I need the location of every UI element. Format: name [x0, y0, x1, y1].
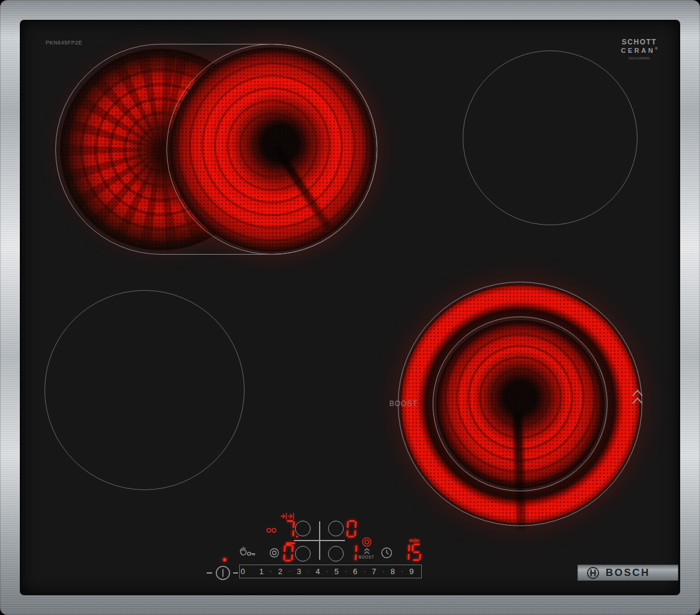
zone-key-front-right[interactable] [328, 546, 344, 562]
ceran-text: CERAN® [609, 47, 669, 55]
zone-select-cross [294, 540, 345, 541]
zone-key-front-left[interactable] [295, 546, 311, 562]
bosch-ceramic-hob: BOOST PKN645FP2E SCHOTT CERAN® 900160888… [0, 0, 700, 615]
boost-key-label[interactable]: BOOST [359, 555, 374, 559]
level-dot: · [270, 568, 272, 575]
boost-glass-chevrons-icon [631, 388, 644, 406]
back-left-zone-circle-outline [166, 44, 377, 255]
power-dash [207, 572, 212, 574]
power-level-2[interactable]: 2 [278, 567, 282, 576]
level-dot: · [345, 568, 347, 575]
back-right-zone-outline [463, 50, 638, 225]
extend-zone-icon [280, 512, 294, 520]
power-level-3[interactable]: 3 [297, 567, 301, 576]
front-right-power-display [347, 544, 359, 562]
power-level-5[interactable]: 5 [334, 567, 338, 576]
power-level-1[interactable]: 1 [260, 567, 264, 576]
dual-zone-icon [266, 527, 277, 533]
boost-chevrons-icon [364, 548, 370, 554]
power-level-4[interactable]: 4 [315, 567, 320, 576]
power-dash [233, 572, 238, 574]
schott-ceran-logo: SCHOTT CERAN® 9001608880 [609, 38, 669, 61]
level-dot: · [364, 568, 366, 575]
glass-serial-number: 9001608880 [609, 56, 669, 60]
level-dot: · [307, 568, 309, 575]
back-right-power-display [347, 520, 358, 538]
registered-mark: ® [655, 47, 657, 50]
power-icon[interactable] [215, 565, 231, 581]
timer-clock-icon[interactable] [380, 547, 393, 559]
back-left-power-display [285, 520, 299, 538]
schott-text: SCHOTT [609, 38, 669, 47]
power-level-8[interactable]: 8 [391, 567, 395, 576]
bosch-emblem-icon [586, 566, 600, 580]
power-level-6[interactable]: 6 [353, 567, 358, 576]
power-level-0[interactable]: 0 [240, 567, 245, 576]
bosch-logo-badge: BOSCH [577, 565, 678, 581]
childlock-hand-key-icon[interactable] [238, 545, 256, 557]
power-level-7[interactable]: 7 [372, 567, 376, 576]
model-number: PKN645FP2E [46, 40, 82, 46]
zone-key-back-right[interactable] [328, 521, 344, 536]
level-dot: · [326, 568, 329, 575]
front-left-zone-outline [44, 290, 245, 490]
front-right-zone-inner-outline [433, 317, 607, 491]
timer-display [400, 544, 423, 561]
bosch-wordmark: BOSCH [606, 567, 650, 579]
timer-unit-label: min [409, 537, 419, 544]
power-level-9[interactable]: 9 [409, 567, 413, 576]
front-left-power-display [284, 544, 295, 562]
power-level-slider[interactable]: 01·2·3·4·5·6·7·8·9 [239, 565, 422, 578]
boost-glass-label: BOOST [389, 399, 418, 408]
level-dot: · [382, 568, 385, 575]
level-dot: · [288, 568, 291, 575]
twin-circle-icon [269, 548, 279, 558]
level-dot: · [401, 568, 403, 575]
power-led [223, 558, 227, 562]
boost-twin-circle-icon[interactable] [362, 537, 372, 547]
